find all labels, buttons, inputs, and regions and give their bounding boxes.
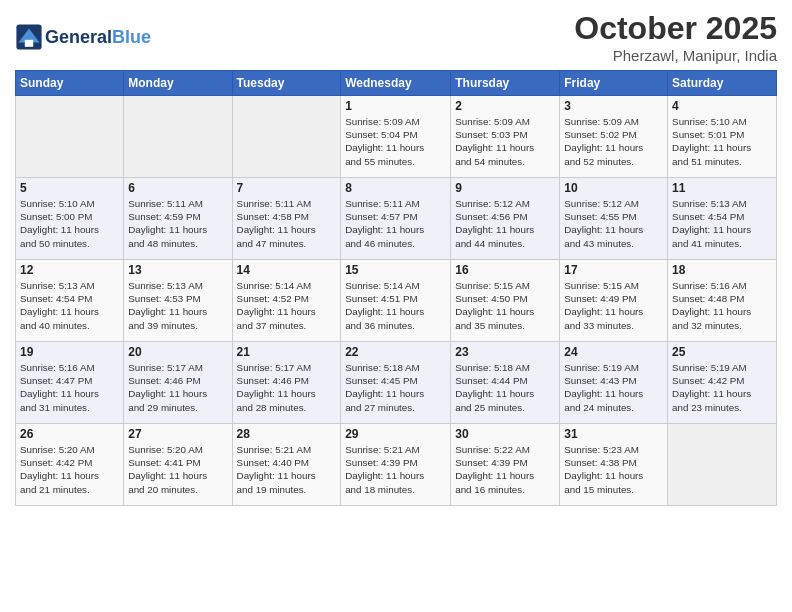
calendar-cell: 10Sunrise: 5:12 AMSunset: 4:55 PMDayligh… <box>560 178 668 260</box>
day-info: Sunrise: 5:19 AMSunset: 4:42 PMDaylight:… <box>672 361 772 414</box>
day-info: Sunrise: 5:21 AMSunset: 4:40 PMDaylight:… <box>237 443 337 496</box>
calendar-cell: 24Sunrise: 5:19 AMSunset: 4:43 PMDayligh… <box>560 342 668 424</box>
day-number: 3 <box>564 99 663 113</box>
page: GeneralBlue October 2025 Pherzawl, Manip… <box>0 0 792 612</box>
day-number: 18 <box>672 263 772 277</box>
day-number: 4 <box>672 99 772 113</box>
day-number: 6 <box>128 181 227 195</box>
day-info: Sunrise: 5:09 AMSunset: 5:04 PMDaylight:… <box>345 115 446 168</box>
calendar-cell <box>668 424 777 506</box>
day-info: Sunrise: 5:19 AMSunset: 4:43 PMDaylight:… <box>564 361 663 414</box>
day-info: Sunrise: 5:16 AMSunset: 4:47 PMDaylight:… <box>20 361 119 414</box>
day-number: 15 <box>345 263 446 277</box>
header-thursday: Thursday <box>451 71 560 96</box>
calendar-body: 1Sunrise: 5:09 AMSunset: 5:04 PMDaylight… <box>16 96 777 506</box>
day-info: Sunrise: 5:23 AMSunset: 4:38 PMDaylight:… <box>564 443 663 496</box>
week-row-4: 19Sunrise: 5:16 AMSunset: 4:47 PMDayligh… <box>16 342 777 424</box>
day-number: 16 <box>455 263 555 277</box>
calendar-cell: 21Sunrise: 5:17 AMSunset: 4:46 PMDayligh… <box>232 342 341 424</box>
calendar-cell: 16Sunrise: 5:15 AMSunset: 4:50 PMDayligh… <box>451 260 560 342</box>
header-monday: Monday <box>124 71 232 96</box>
day-number: 12 <box>20 263 119 277</box>
day-number: 23 <box>455 345 555 359</box>
day-number: 31 <box>564 427 663 441</box>
logo: GeneralBlue <box>15 23 151 51</box>
header-saturday: Saturday <box>668 71 777 96</box>
day-info: Sunrise: 5:15 AMSunset: 4:50 PMDaylight:… <box>455 279 555 332</box>
day-number: 22 <box>345 345 446 359</box>
location: Pherzawl, Manipur, India <box>574 47 777 64</box>
calendar-cell <box>124 96 232 178</box>
calendar-cell: 31Sunrise: 5:23 AMSunset: 4:38 PMDayligh… <box>560 424 668 506</box>
day-number: 2 <box>455 99 555 113</box>
calendar-cell: 9Sunrise: 5:12 AMSunset: 4:56 PMDaylight… <box>451 178 560 260</box>
day-number: 27 <box>128 427 227 441</box>
day-info: Sunrise: 5:12 AMSunset: 4:55 PMDaylight:… <box>564 197 663 250</box>
day-info: Sunrise: 5:21 AMSunset: 4:39 PMDaylight:… <box>345 443 446 496</box>
calendar-cell: 27Sunrise: 5:20 AMSunset: 4:41 PMDayligh… <box>124 424 232 506</box>
calendar-cell: 2Sunrise: 5:09 AMSunset: 5:03 PMDaylight… <box>451 96 560 178</box>
day-number: 14 <box>237 263 337 277</box>
day-number: 10 <box>564 181 663 195</box>
day-info: Sunrise: 5:10 AMSunset: 5:01 PMDaylight:… <box>672 115 772 168</box>
calendar-cell: 25Sunrise: 5:19 AMSunset: 4:42 PMDayligh… <box>668 342 777 424</box>
calendar-cell: 20Sunrise: 5:17 AMSunset: 4:46 PMDayligh… <box>124 342 232 424</box>
calendar-cell: 18Sunrise: 5:16 AMSunset: 4:48 PMDayligh… <box>668 260 777 342</box>
calendar-cell: 15Sunrise: 5:14 AMSunset: 4:51 PMDayligh… <box>341 260 451 342</box>
calendar-cell <box>16 96 124 178</box>
day-number: 29 <box>345 427 446 441</box>
day-info: Sunrise: 5:17 AMSunset: 4:46 PMDaylight:… <box>128 361 227 414</box>
logo-icon <box>15 23 43 51</box>
day-info: Sunrise: 5:11 AMSunset: 4:57 PMDaylight:… <box>345 197 446 250</box>
header: GeneralBlue October 2025 Pherzawl, Manip… <box>15 10 777 64</box>
day-info: Sunrise: 5:20 AMSunset: 4:42 PMDaylight:… <box>20 443 119 496</box>
day-number: 25 <box>672 345 772 359</box>
calendar-header: Sunday Monday Tuesday Wednesday Thursday… <box>16 71 777 96</box>
svg-rect-2 <box>25 40 33 47</box>
calendar-cell: 29Sunrise: 5:21 AMSunset: 4:39 PMDayligh… <box>341 424 451 506</box>
calendar-cell: 23Sunrise: 5:18 AMSunset: 4:44 PMDayligh… <box>451 342 560 424</box>
calendar-cell: 6Sunrise: 5:11 AMSunset: 4:59 PMDaylight… <box>124 178 232 260</box>
calendar-cell: 22Sunrise: 5:18 AMSunset: 4:45 PMDayligh… <box>341 342 451 424</box>
day-info: Sunrise: 5:11 AMSunset: 4:59 PMDaylight:… <box>128 197 227 250</box>
calendar-cell: 12Sunrise: 5:13 AMSunset: 4:54 PMDayligh… <box>16 260 124 342</box>
header-tuesday: Tuesday <box>232 71 341 96</box>
calendar-cell: 7Sunrise: 5:11 AMSunset: 4:58 PMDaylight… <box>232 178 341 260</box>
day-info: Sunrise: 5:15 AMSunset: 4:49 PMDaylight:… <box>564 279 663 332</box>
month-title: October 2025 <box>574 10 777 47</box>
day-info: Sunrise: 5:18 AMSunset: 4:44 PMDaylight:… <box>455 361 555 414</box>
day-number: 8 <box>345 181 446 195</box>
calendar-cell: 11Sunrise: 5:13 AMSunset: 4:54 PMDayligh… <box>668 178 777 260</box>
day-number: 1 <box>345 99 446 113</box>
title-section: October 2025 Pherzawl, Manipur, India <box>574 10 777 64</box>
calendar-cell: 8Sunrise: 5:11 AMSunset: 4:57 PMDaylight… <box>341 178 451 260</box>
day-info: Sunrise: 5:16 AMSunset: 4:48 PMDaylight:… <box>672 279 772 332</box>
logo-text: GeneralBlue <box>45 27 151 48</box>
day-number: 9 <box>455 181 555 195</box>
day-number: 30 <box>455 427 555 441</box>
calendar-cell: 28Sunrise: 5:21 AMSunset: 4:40 PMDayligh… <box>232 424 341 506</box>
day-number: 11 <box>672 181 772 195</box>
day-info: Sunrise: 5:09 AMSunset: 5:03 PMDaylight:… <box>455 115 555 168</box>
days-header-row: Sunday Monday Tuesday Wednesday Thursday… <box>16 71 777 96</box>
calendar-cell: 26Sunrise: 5:20 AMSunset: 4:42 PMDayligh… <box>16 424 124 506</box>
day-info: Sunrise: 5:11 AMSunset: 4:58 PMDaylight:… <box>237 197 337 250</box>
day-info: Sunrise: 5:13 AMSunset: 4:54 PMDaylight:… <box>20 279 119 332</box>
day-number: 20 <box>128 345 227 359</box>
day-number: 26 <box>20 427 119 441</box>
day-number: 5 <box>20 181 119 195</box>
week-row-5: 26Sunrise: 5:20 AMSunset: 4:42 PMDayligh… <box>16 424 777 506</box>
day-info: Sunrise: 5:13 AMSunset: 4:53 PMDaylight:… <box>128 279 227 332</box>
week-row-3: 12Sunrise: 5:13 AMSunset: 4:54 PMDayligh… <box>16 260 777 342</box>
calendar-cell: 17Sunrise: 5:15 AMSunset: 4:49 PMDayligh… <box>560 260 668 342</box>
day-number: 17 <box>564 263 663 277</box>
calendar-cell: 3Sunrise: 5:09 AMSunset: 5:02 PMDaylight… <box>560 96 668 178</box>
calendar-cell: 5Sunrise: 5:10 AMSunset: 5:00 PMDaylight… <box>16 178 124 260</box>
day-info: Sunrise: 5:14 AMSunset: 4:52 PMDaylight:… <box>237 279 337 332</box>
header-friday: Friday <box>560 71 668 96</box>
day-number: 21 <box>237 345 337 359</box>
calendar-cell <box>232 96 341 178</box>
day-info: Sunrise: 5:22 AMSunset: 4:39 PMDaylight:… <box>455 443 555 496</box>
day-number: 13 <box>128 263 227 277</box>
day-info: Sunrise: 5:12 AMSunset: 4:56 PMDaylight:… <box>455 197 555 250</box>
